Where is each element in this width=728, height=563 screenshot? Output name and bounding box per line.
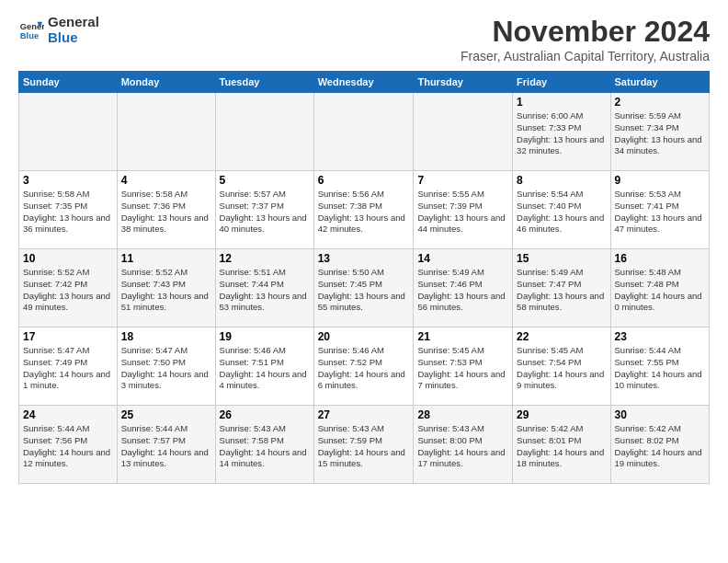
day-info: Sunrise: 5:42 AM Sunset: 8:02 PM Dayligh… [615, 423, 705, 470]
logo-icon: General Blue [18, 17, 44, 43]
day-number: 23 [615, 330, 705, 343]
week-row-4: 24Sunrise: 5:44 AM Sunset: 7:56 PM Dayli… [19, 406, 710, 484]
day-info: Sunrise: 5:58 AM Sunset: 7:35 PM Dayligh… [23, 189, 113, 236]
day-number: 2 [615, 96, 705, 109]
subtitle: Fraser, Australian Capital Territory, Au… [461, 49, 710, 63]
day-cell: 25Sunrise: 5:44 AM Sunset: 7:57 PM Dayli… [117, 406, 215, 484]
header-cell-saturday: Saturday [610, 72, 709, 93]
day-number: 21 [417, 330, 508, 343]
day-info: Sunrise: 5:46 AM Sunset: 7:51 PM Dayligh… [220, 345, 310, 392]
day-info: Sunrise: 5:51 AM Sunset: 7:44 PM Dayligh… [220, 267, 310, 314]
day-cell: 1Sunrise: 6:00 AM Sunset: 7:33 PM Daylig… [513, 93, 610, 171]
day-cell: 21Sunrise: 5:45 AM Sunset: 7:53 PM Dayli… [414, 327, 513, 406]
day-cell [215, 93, 313, 171]
day-number: 13 [318, 252, 410, 265]
day-cell: 7Sunrise: 5:55 AM Sunset: 7:39 PM Daylig… [414, 171, 513, 249]
day-info: Sunrise: 5:52 AM Sunset: 7:43 PM Dayligh… [121, 267, 211, 314]
day-number: 10 [23, 252, 113, 265]
day-number: 19 [220, 330, 310, 343]
day-info: Sunrise: 5:56 AM Sunset: 7:38 PM Dayligh… [318, 189, 410, 236]
header-cell-thursday: Thursday [414, 72, 513, 93]
day-info: Sunrise: 5:49 AM Sunset: 7:46 PM Dayligh… [417, 267, 508, 314]
day-number: 29 [517, 408, 606, 421]
day-number: 14 [417, 252, 508, 265]
day-cell: 16Sunrise: 5:48 AM Sunset: 7:48 PM Dayli… [610, 249, 709, 327]
day-number: 17 [23, 330, 113, 343]
day-cell: 11Sunrise: 5:52 AM Sunset: 7:43 PM Dayli… [117, 249, 215, 327]
day-info: Sunrise: 5:45 AM Sunset: 7:54 PM Dayligh… [517, 345, 606, 392]
day-cell: 13Sunrise: 5:50 AM Sunset: 7:45 PM Dayli… [313, 249, 414, 327]
calendar-table: SundayMondayTuesdayWednesdayThursdayFrid… [18, 71, 710, 484]
day-info: Sunrise: 5:49 AM Sunset: 7:47 PM Dayligh… [517, 267, 606, 314]
logo: General Blue GeneralBlue [18, 15, 99, 45]
day-cell: 26Sunrise: 5:43 AM Sunset: 7:58 PM Dayli… [215, 406, 313, 484]
day-cell: 4Sunrise: 5:58 AM Sunset: 7:36 PM Daylig… [117, 171, 215, 249]
day-info: Sunrise: 5:43 AM Sunset: 8:00 PM Dayligh… [417, 423, 508, 470]
day-cell: 14Sunrise: 5:49 AM Sunset: 7:46 PM Dayli… [414, 249, 513, 327]
day-cell [117, 93, 215, 171]
day-cell: 8Sunrise: 5:54 AM Sunset: 7:40 PM Daylig… [513, 171, 610, 249]
day-info: Sunrise: 6:00 AM Sunset: 7:33 PM Dayligh… [517, 110, 606, 157]
day-info: Sunrise: 5:45 AM Sunset: 7:53 PM Dayligh… [417, 345, 508, 392]
week-row-1: 3Sunrise: 5:58 AM Sunset: 7:35 PM Daylig… [19, 171, 710, 249]
svg-text:Blue: Blue [20, 31, 39, 40]
day-cell: 10Sunrise: 5:52 AM Sunset: 7:42 PM Dayli… [19, 249, 118, 327]
day-cell: 23Sunrise: 5:44 AM Sunset: 7:55 PM Dayli… [610, 327, 709, 406]
day-cell: 18Sunrise: 5:47 AM Sunset: 7:50 PM Dayli… [117, 327, 215, 406]
header-cell-sunday: Sunday [19, 72, 118, 93]
day-number: 16 [615, 252, 705, 265]
day-info: Sunrise: 5:48 AM Sunset: 7:48 PM Dayligh… [615, 267, 705, 314]
day-info: Sunrise: 5:44 AM Sunset: 7:57 PM Dayligh… [121, 423, 211, 470]
day-number: 3 [23, 174, 113, 187]
week-row-3: 17Sunrise: 5:47 AM Sunset: 7:49 PM Dayli… [19, 327, 710, 406]
day-number: 11 [121, 252, 211, 265]
day-cell: 30Sunrise: 5:42 AM Sunset: 8:02 PM Dayli… [610, 406, 709, 484]
day-info: Sunrise: 5:44 AM Sunset: 7:56 PM Dayligh… [23, 423, 113, 470]
day-number: 25 [121, 408, 211, 421]
header: General Blue GeneralBlue November 2024 F… [18, 15, 710, 63]
day-cell: 5Sunrise: 5:57 AM Sunset: 7:37 PM Daylig… [215, 171, 313, 249]
day-cell: 3Sunrise: 5:58 AM Sunset: 7:35 PM Daylig… [19, 171, 118, 249]
day-number: 5 [220, 174, 310, 187]
day-info: Sunrise: 5:55 AM Sunset: 7:39 PM Dayligh… [417, 189, 508, 236]
day-cell: 12Sunrise: 5:51 AM Sunset: 7:44 PM Dayli… [215, 249, 313, 327]
day-info: Sunrise: 5:43 AM Sunset: 7:59 PM Dayligh… [318, 423, 410, 470]
day-number: 26 [220, 408, 310, 421]
main-title: November 2024 [461, 15, 710, 49]
day-number: 12 [220, 252, 310, 265]
header-cell-friday: Friday [513, 72, 610, 93]
day-cell: 15Sunrise: 5:49 AM Sunset: 7:47 PM Dayli… [513, 249, 610, 327]
day-cell: 28Sunrise: 5:43 AM Sunset: 8:00 PM Dayli… [414, 406, 513, 484]
logo-text: GeneralBlue [48, 15, 99, 45]
day-cell: 2Sunrise: 5:59 AM Sunset: 7:34 PM Daylig… [610, 93, 709, 171]
day-number: 1 [517, 96, 606, 109]
day-info: Sunrise: 5:46 AM Sunset: 7:52 PM Dayligh… [318, 345, 410, 392]
day-cell: 29Sunrise: 5:42 AM Sunset: 8:01 PM Dayli… [513, 406, 610, 484]
week-row-2: 10Sunrise: 5:52 AM Sunset: 7:42 PM Dayli… [19, 249, 710, 327]
header-cell-monday: Monday [117, 72, 215, 93]
day-cell: 20Sunrise: 5:46 AM Sunset: 7:52 PM Dayli… [313, 327, 414, 406]
day-number: 30 [615, 408, 705, 421]
day-info: Sunrise: 5:42 AM Sunset: 8:01 PM Dayligh… [517, 423, 606, 470]
calendar-header: SundayMondayTuesdayWednesdayThursdayFrid… [19, 72, 710, 93]
day-cell: 22Sunrise: 5:45 AM Sunset: 7:54 PM Dayli… [513, 327, 610, 406]
day-number: 27 [318, 408, 410, 421]
day-cell: 9Sunrise: 5:53 AM Sunset: 7:41 PM Daylig… [610, 171, 709, 249]
day-info: Sunrise: 5:52 AM Sunset: 7:42 PM Dayligh… [23, 267, 113, 314]
day-number: 20 [318, 330, 410, 343]
title-area: November 2024 Fraser, Australian Capital… [461, 15, 710, 63]
day-info: Sunrise: 5:57 AM Sunset: 7:37 PM Dayligh… [220, 189, 310, 236]
week-row-0: 1Sunrise: 6:00 AM Sunset: 7:33 PM Daylig… [19, 93, 710, 171]
day-info: Sunrise: 5:47 AM Sunset: 7:50 PM Dayligh… [121, 345, 211, 392]
day-cell: 27Sunrise: 5:43 AM Sunset: 7:59 PM Dayli… [313, 406, 414, 484]
day-info: Sunrise: 5:47 AM Sunset: 7:49 PM Dayligh… [23, 345, 113, 392]
day-cell [313, 93, 414, 171]
day-info: Sunrise: 5:54 AM Sunset: 7:40 PM Dayligh… [517, 189, 606, 236]
day-number: 24 [23, 408, 113, 421]
day-info: Sunrise: 5:50 AM Sunset: 7:45 PM Dayligh… [318, 267, 410, 314]
day-cell [414, 93, 513, 171]
header-row: SundayMondayTuesdayWednesdayThursdayFrid… [19, 72, 710, 93]
day-number: 6 [318, 174, 410, 187]
calendar-body: 1Sunrise: 6:00 AM Sunset: 7:33 PM Daylig… [19, 93, 710, 484]
day-number: 22 [517, 330, 606, 343]
